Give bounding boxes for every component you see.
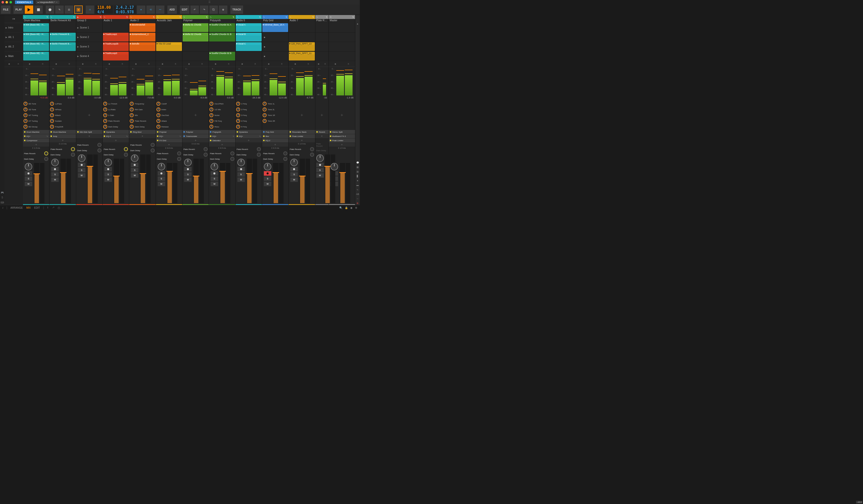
loop-button[interactable]: ⟲	[147, 5, 155, 14]
track-name[interactable]: Drum Machine	[23, 19, 49, 23]
track-stop[interactable]: ■	[289, 61, 302, 67]
track-menu-icon[interactable]: ⇅	[286, 16, 287, 18]
info-icon[interactable]: i	[2, 206, 3, 209]
clip-slot[interactable]: ▶Soulful Chords 01 B	[209, 33, 235, 42]
view-icon-3[interactable]: ▢	[58, 206, 60, 209]
knob[interactable]	[103, 119, 107, 123]
track-list-icon[interactable]: ≡	[169, 61, 182, 67]
play-icon[interactable]: ▶	[77, 26, 79, 29]
solo-button[interactable]: S	[131, 168, 138, 173]
knob[interactable]	[209, 113, 213, 117]
track-name[interactable]: Berlin Firework Kit	[49, 19, 76, 23]
solo-button[interactable]: S	[290, 172, 298, 177]
track-header[interactable]: ∿⇅	[156, 15, 182, 19]
window-close[interactable]	[1, 1, 4, 3]
knob[interactable]	[263, 108, 266, 111]
clip[interactable]: ▶808 (Bass-08) - H…	[23, 23, 49, 32]
record-arm-button[interactable]	[184, 167, 192, 172]
solo-button[interactable]: S	[51, 172, 59, 177]
device-slot[interactable]: Treemonster	[183, 134, 209, 138]
clip[interactable]: ▶Soulful Chords 02 B	[209, 52, 235, 61]
position-display[interactable]: 2.4.2.17 0:03.978	[114, 5, 136, 14]
knob[interactable]	[157, 119, 160, 123]
clip-slot[interactable]: ▶Scene 3	[76, 42, 102, 51]
record-arm-button[interactable]	[211, 171, 218, 176]
add-device-button[interactable]: +	[183, 138, 209, 143]
add-device-button[interactable]: +	[49, 138, 76, 143]
clip[interactable]: ▶Vita 03 Lead	[156, 42, 182, 51]
pan-knob[interactable]	[78, 154, 86, 162]
clip[interactable]: ▶Soulful Chords 01 B	[209, 33, 235, 41]
solo-button[interactable]: S	[211, 176, 218, 181]
knob[interactable]	[50, 108, 54, 111]
add-device-button[interactable]: +	[76, 134, 102, 138]
device-enable-icon[interactable]	[104, 136, 105, 137]
track-menu-icon[interactable]: ⇅	[153, 16, 155, 18]
scene-row[interactable]: ▶Main	[4, 51, 23, 61]
track-header[interactable]: ∿⇅	[262, 15, 288, 19]
fader[interactable]	[340, 163, 345, 203]
fader[interactable]	[300, 159, 305, 203]
clip-slot[interactable]: ▶dorianreduced_C	[129, 33, 155, 42]
fader[interactable]	[273, 163, 278, 203]
send-a-knob[interactable]	[98, 143, 101, 147]
play-clip-icon[interactable]: ▶	[236, 33, 238, 35]
document-tab[interactable]: ▸ IntegratedMIX *×	[36, 0, 60, 4]
clip[interactable]: ▶TrashLoop3	[103, 52, 129, 61]
fader[interactable]	[140, 154, 146, 203]
play-clip-icon[interactable]: ▶	[24, 43, 25, 45]
scroll-up-icon[interactable]: ▲	[356, 23, 359, 25]
play-clip-icon[interactable]: ▶	[289, 43, 291, 45]
record-arm-button[interactable]	[131, 163, 138, 167]
controller-icon[interactable]: 🎮	[0, 190, 4, 195]
device-enable-icon[interactable]	[104, 131, 105, 133]
add-device-button[interactable]: +	[236, 138, 262, 143]
clip-slot[interactable]	[156, 51, 182, 61]
clip[interactable]: ▶TrashLoop2b	[103, 42, 129, 51]
mute-button[interactable]: M	[104, 177, 112, 182]
comment-icon[interactable]: 💬	[356, 161, 359, 164]
view-icon-2[interactable]: ◦°	[52, 206, 54, 209]
send-a-knob[interactable]	[177, 151, 181, 155]
track-list-icon[interactable]: ≡	[222, 61, 235, 67]
play-clip-icon[interactable]: ▶	[24, 24, 25, 26]
track-stop[interactable]: ■	[262, 61, 275, 67]
clip-slot[interactable]: ▶Berlin Firework B…	[49, 33, 76, 42]
knob[interactable]	[50, 119, 54, 123]
add-remote-button[interactable]: +	[315, 100, 328, 130]
clip-slot[interactable]	[315, 33, 328, 42]
add-device-button[interactable]: +	[329, 143, 355, 147]
track-list-icon[interactable]: ≡	[63, 61, 76, 67]
add-device-button[interactable]: +	[129, 134, 155, 138]
track-name[interactable]: Poly Grid	[262, 19, 288, 23]
clip-slot[interactable]	[329, 23, 355, 33]
device-slot[interactable]: EQ+∿	[23, 134, 49, 138]
play-clip-icon[interactable]: ▶	[236, 24, 238, 26]
clip-slot[interactable]	[49, 51, 76, 61]
add-button[interactable]: ADD	[167, 5, 177, 14]
device-enable-icon[interactable]	[263, 140, 265, 141]
play-clip-icon[interactable]: ▶	[210, 24, 211, 26]
clip[interactable]: ▶TrashLoop1	[103, 33, 129, 41]
track-stop[interactable]: ■	[329, 61, 342, 67]
metronome-button[interactable]: ≡	[86, 5, 94, 14]
solo-button[interactable]: S	[78, 168, 86, 173]
play-icon[interactable]: ▶	[77, 55, 79, 58]
knob[interactable]	[263, 113, 266, 117]
add-device-button[interactable]: +	[103, 138, 129, 143]
track-list-icon[interactable]: ≡	[142, 61, 156, 67]
send-a-knob[interactable]	[283, 151, 287, 155]
track-menu-icon[interactable]: ⇅	[233, 16, 234, 18]
track-name[interactable]: Audio 7	[289, 19, 315, 23]
clip[interactable]: ▶Minimal_Bass_15 A	[262, 23, 288, 32]
clip[interactable]: ▶dwindle	[129, 42, 155, 51]
record-arm-button[interactable]	[316, 163, 324, 167]
send-a-knob[interactable]	[151, 143, 155, 147]
record-arm-button[interactable]	[25, 171, 32, 176]
clip-slot[interactable]	[209, 42, 235, 51]
stop-button[interactable]	[34, 5, 43, 14]
punch-button[interactable]: 〜	[156, 5, 164, 14]
panel-icon-6[interactable]: ∿	[356, 188, 359, 191]
send-b-knob[interactable]	[257, 153, 261, 157]
play-clip-icon[interactable]: ▶	[24, 52, 25, 54]
